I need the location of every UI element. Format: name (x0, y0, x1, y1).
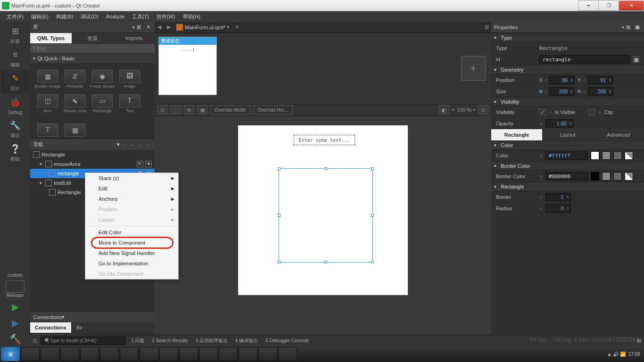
run-button[interactable]: ▶ (6, 300, 25, 314)
mode-design[interactable]: ✎设计 (1, 71, 29, 93)
filter-input[interactable] (33, 45, 152, 52)
taskbar-item[interactable] (80, 347, 99, 361)
x-field[interactable]: 86 (549, 76, 575, 84)
taskbar-item[interactable] (21, 347, 40, 361)
resize-handle[interactable] (324, 261, 327, 263)
locator-input[interactable]: 🔍 Type to locate (Ctrl+K) (41, 337, 125, 345)
system-tray[interactable]: ▲ 🔊 📶 17:06 (607, 352, 644, 357)
tab-connections[interactable]: Connections (30, 322, 72, 333)
lib-item[interactable]: ⬉Mouse Area (61, 90, 89, 114)
build-button[interactable]: 🔨 (6, 332, 25, 346)
resize-handle[interactable] (278, 214, 281, 217)
resize-handle[interactable] (278, 167, 281, 170)
section-border-color[interactable]: ▾Border Color (491, 161, 644, 171)
color-field[interactable]: #ffffff (545, 151, 588, 160)
layout-icon[interactable]: ▦ (197, 105, 207, 115)
section-rectangle[interactable]: ▾Rectangle (491, 182, 644, 191)
minimize-button[interactable]: ━ (578, 0, 599, 11)
menu-tools[interactable]: 工具(T) (128, 12, 153, 22)
ctx-stack[interactable]: Stack (z)▶ (85, 173, 178, 183)
reset-view-icon[interactable]: ⊡ (478, 105, 488, 115)
mode-help[interactable]: ❔帮助 (1, 141, 29, 164)
lib-item[interactable]: TText (116, 90, 143, 114)
lib-item[interactable]: ◫Item (34, 90, 61, 114)
zoom-readout[interactable]: 100 %▾ (457, 107, 475, 113)
menu-edit[interactable]: 编辑(E) (27, 12, 52, 22)
taskbar-item[interactable] (159, 347, 178, 361)
lib-item[interactable]: ⇵Flickable (61, 65, 89, 90)
tab-rectangle[interactable]: Rectangle (491, 129, 542, 140)
taskbar-item[interactable] (41, 347, 59, 361)
override-height[interactable]: Override Hei… (253, 105, 293, 115)
search-pane[interactable]: 2 Search Results (150, 338, 190, 343)
document-tab[interactable]: MainForm.ui.qml* ▾ ✕ (173, 24, 242, 31)
issues-pane[interactable]: 1 问题 (129, 337, 146, 344)
tab-resources[interactable]: 资源 (72, 33, 113, 43)
y-field[interactable]: 91 (588, 76, 613, 84)
taskbar-item[interactable] (179, 347, 198, 361)
lib-item[interactable]: 🖼Image (116, 65, 143, 90)
resize-handle[interactable] (278, 261, 281, 263)
debugger-console-pane[interactable]: 5 Debugger Console (264, 338, 311, 343)
bounds-icon[interactable]: ⬚ (171, 105, 181, 115)
color-swatch[interactable] (613, 172, 622, 181)
override-width[interactable]: Override Width (210, 105, 250, 115)
visible-icon[interactable]: 👁 (145, 161, 152, 167)
export-icon[interactable]: ⇱ (137, 161, 143, 167)
clip-checkbox[interactable] (588, 109, 595, 115)
close-doc-icon[interactable]: ✕ (235, 24, 239, 30)
section-visibility[interactable]: ▾Visibility (491, 97, 644, 107)
id-field[interactable]: rectangle (539, 55, 630, 64)
color-swatch[interactable] (602, 151, 611, 160)
h-field[interactable]: 200 (588, 87, 613, 96)
visible-checkbox[interactable]: ✓ (539, 109, 546, 115)
library-filter[interactable] (30, 43, 155, 54)
app-output-pane[interactable]: 3 应用程序输出 (194, 337, 230, 344)
menu-widgets[interactable]: 控件(W) (153, 12, 179, 22)
tab-bindings[interactable]: Bir (72, 322, 88, 333)
ctx-edit-color[interactable]: Edit Color (85, 227, 178, 238)
start-button[interactable]: ⊞ (1, 347, 20, 361)
doc-split-icon[interactable]: ⊞ (482, 24, 491, 30)
taskbar-item[interactable] (100, 347, 119, 361)
menu-help[interactable]: 帮助(H) (179, 12, 204, 22)
maximize-button[interactable]: ❐ (598, 0, 619, 11)
nav-row[interactable]: Rectangle (30, 150, 155, 159)
color-tool-icon[interactable]: ◧ (439, 105, 449, 115)
tab-imports[interactable]: Imports (113, 33, 155, 43)
ctx-go-to-implementation[interactable]: Go to Implementation (85, 258, 178, 269)
nav-row[interactable]: ▾mouseArea⇱👁 (30, 159, 155, 169)
radius-field[interactable]: 0 (545, 204, 571, 213)
menu-debug[interactable]: 调试(D) (77, 12, 102, 22)
anchors-icon[interactable]: ⊕ (184, 105, 194, 115)
opacity-field[interactable]: 1.00 (545, 119, 574, 128)
panel-split-icon[interactable]: ⊞ (135, 24, 142, 30)
taskbar-item[interactable] (60, 347, 79, 361)
mode-edit[interactable]: ≡编辑 (1, 47, 29, 70)
resize-handle[interactable] (371, 214, 374, 217)
taskbar-item[interactable] (120, 347, 139, 361)
panel-close-icon[interactable]: ✕ (144, 24, 152, 30)
color-swatch[interactable] (591, 151, 599, 160)
w-field[interactable]: 200 (549, 87, 575, 96)
resize-handle[interactable] (324, 167, 327, 170)
doc-nav-left-icon[interactable]: ◀ (155, 24, 164, 30)
ctx-anchors[interactable]: Anchors▶ (85, 194, 178, 204)
menu-build[interactable]: 构建(B) (52, 12, 77, 22)
section-type[interactable]: ▾Type (491, 33, 644, 42)
border-color-field[interactable]: #000000 (545, 172, 588, 181)
debug-run-button[interactable]: ▶ (6, 316, 25, 330)
taskbar-item[interactable] (239, 347, 257, 361)
locator-close-icon[interactable]: ⊡ (33, 338, 37, 343)
selected-rectangle[interactable] (279, 168, 373, 263)
menu-analyze[interactable]: Analyze (102, 12, 128, 21)
lib-item[interactable]: ▦Border Image (34, 65, 61, 90)
border-field[interactable]: 1 (545, 193, 571, 201)
snap-icon[interactable]: ⊡ (157, 105, 168, 115)
panel-close-icon[interactable]: ▣ (634, 24, 641, 30)
color-swatch[interactable] (591, 172, 599, 181)
color-swatch[interactable] (613, 151, 622, 160)
tab-layout[interactable]: Layout (542, 129, 593, 140)
color-swatch[interactable] (625, 172, 633, 181)
taskbar-item[interactable] (258, 347, 277, 361)
